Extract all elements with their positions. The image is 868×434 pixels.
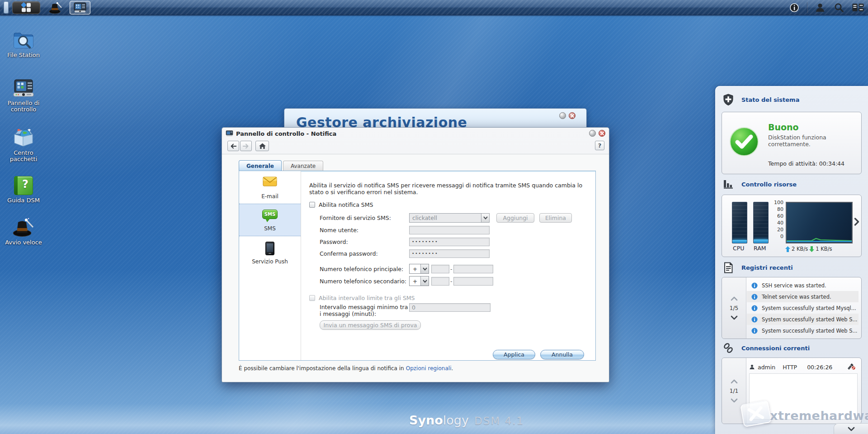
- delete-provider-button[interactable]: Elimina: [539, 213, 572, 223]
- control-panel-icon: [73, 2, 87, 13]
- phone-secondary-prefix-select[interactable]: +: [409, 276, 429, 286]
- recent-logs-card: 1/5 SSH service was started. Telnet serv…: [722, 277, 862, 339]
- ram-label: RAM: [754, 245, 766, 252]
- back-arrow-icon: [230, 143, 237, 149]
- desktop-icon-file-station[interactable]: File Station: [2, 29, 45, 58]
- desktop-icon-label: Guida DSM: [2, 197, 45, 204]
- notification-nav: E-mail SMS SMS: [239, 171, 301, 360]
- main-menu-button[interactable]: [12, 1, 40, 14]
- user-icon: [749, 364, 755, 370]
- resource-next-button[interactable]: [854, 218, 859, 227]
- dsm-version: DSM 4.1: [474, 415, 524, 427]
- user-menu-button[interactable]: [814, 1, 826, 14]
- close-icon[interactable]: [569, 112, 576, 119]
- phone-separator: -: [450, 266, 453, 272]
- dialog-titlebar[interactable]: Pannello di controllo - Notifica: [222, 128, 609, 139]
- home-icon: [259, 143, 266, 149]
- phone-secondary-code-input[interactable]: [431, 277, 449, 286]
- phone-secondary-number-input[interactable]: [453, 277, 493, 286]
- phone-secondary-row: Numero telefonico secondario: + -: [320, 277, 493, 286]
- chevron-up-icon[interactable]: [731, 296, 738, 301]
- magic-hat-icon: [2, 216, 45, 237]
- password-input[interactable]: ••••••••: [409, 238, 490, 246]
- phone-primary-number-input[interactable]: [453, 265, 493, 273]
- log-document-icon: [722, 262, 734, 273]
- log-row[interactable]: System successfully started Mysql...: [747, 302, 859, 314]
- interval-enable-checkbox[interactable]: [309, 295, 315, 301]
- connection-row[interactable]: admin HTTP 00:26:26: [749, 362, 858, 372]
- sms-description: Abilita il servizio di notifica SMS per …: [309, 182, 586, 196]
- taskbar-item-avvio-veloce[interactable]: [45, 1, 66, 14]
- forward-button[interactable]: [240, 141, 252, 151]
- close-icon[interactable]: [599, 130, 605, 137]
- cpu-gauge: [732, 202, 747, 243]
- logo-text-light: logy: [443, 413, 469, 427]
- desktop-icon-guida-dsm[interactable]: ? Guida DSM: [2, 174, 45, 204]
- resource-monitor-card: CPU RAM 10080 6040 200 2 KB/s: [722, 195, 862, 257]
- home-button[interactable]: [255, 141, 269, 151]
- username-label: Nome utente:: [320, 227, 409, 234]
- log-row[interactable]: System successfully started Web S...: [747, 314, 859, 325]
- disconnect-button[interactable]: [847, 363, 856, 372]
- info-icon: [751, 316, 758, 323]
- nav-item-email[interactable]: E-mail: [239, 171, 301, 204]
- desktop-icon-pannello-di-controllo[interactable]: Pannello di controllo: [2, 77, 45, 113]
- dialog-title: Pannello di controllo - Notifica: [236, 130, 336, 137]
- info-icon: [751, 328, 758, 334]
- show-desktop-button[interactable]: [4, 1, 9, 14]
- add-provider-button[interactable]: Aggiungi: [496, 213, 534, 223]
- chevron-down-icon[interactable]: [731, 315, 738, 320]
- send-test-sms-button[interactable]: Invia un messaggio SMS di prova: [320, 320, 421, 330]
- shield-icon: [722, 94, 734, 105]
- password-label: Password:: [320, 238, 409, 245]
- enable-sms-label: Abilita notifica SMS: [319, 201, 373, 208]
- cancel-button[interactable]: Annulla: [540, 350, 584, 359]
- nav-item-sms[interactable]: SMS SMS: [239, 204, 301, 236]
- minimize-button[interactable]: [589, 130, 596, 137]
- tab-avanzate[interactable]: Avanzate: [283, 161, 323, 171]
- interval-input[interactable]: 0: [409, 303, 491, 312]
- username-input[interactable]: [409, 226, 490, 234]
- phone-primary-row: Numero telefonico principale: + -: [320, 264, 493, 273]
- widgets-collapse-button[interactable]: [834, 423, 868, 434]
- phone-primary-code-input[interactable]: [431, 265, 449, 273]
- taskbar-item-pannello-di-controllo[interactable]: [70, 1, 90, 14]
- enable-sms-checkbox[interactable]: [309, 202, 315, 208]
- desktop-icon-centro-pacchetti[interactable]: Centro pacchetti: [2, 127, 45, 162]
- connections-list: [749, 373, 858, 420]
- nav-item-servizio-push[interactable]: Servizio Push: [239, 236, 301, 269]
- chevron-down-icon[interactable]: [731, 398, 738, 403]
- search-button[interactable]: [833, 1, 845, 14]
- tab-generale[interactable]: Generale: [239, 160, 282, 171]
- chevron-up-icon[interactable]: [731, 379, 738, 384]
- phone-primary-label: Numero telefonico principale:: [320, 266, 409, 272]
- apply-button[interactable]: Applica: [493, 350, 535, 359]
- log-row[interactable]: System successfully started Web S...: [747, 325, 859, 336]
- widget-title: Controllo risorse: [741, 181, 797, 188]
- network-chart: [786, 202, 853, 243]
- log-row[interactable]: Telnet service was started.: [747, 291, 859, 302]
- chart-y-axis: 10080 6040 200: [771, 199, 783, 240]
- file-station-icon: [2, 29, 45, 50]
- control-panel-desktop-icon: [2, 77, 45, 98]
- pilot-view-button[interactable]: [852, 1, 864, 14]
- chevron-down-icon: [481, 214, 489, 222]
- back-button[interactable]: [227, 141, 239, 151]
- smartphone-icon: [239, 242, 301, 255]
- sms-form: Abilita il servizio di notifica SMS per …: [301, 171, 595, 360]
- help-label: ?: [598, 142, 602, 149]
- help-button[interactable]: ?: [595, 141, 604, 150]
- chevron-down-icon: [420, 277, 429, 286]
- provider-select[interactable]: clickatell: [409, 213, 490, 223]
- desktop: File Station Pannello di controllo: [0, 0, 868, 434]
- phone-primary-prefix-select[interactable]: +: [409, 264, 429, 274]
- minimize-button[interactable]: [559, 112, 566, 119]
- connections-header: Connessioni correnti: [715, 342, 868, 354]
- dialog-footer: È possibile cambiare l'impostazione dell…: [239, 365, 453, 372]
- desktop-icon-avvio-veloce[interactable]: Avvio veloce: [2, 216, 45, 246]
- confirm-password-input[interactable]: ••••••••: [409, 249, 490, 258]
- log-row[interactable]: SSH service was started.: [747, 280, 859, 291]
- regional-options-link[interactable]: Opzioni regionali: [406, 365, 452, 372]
- info-button[interactable]: [788, 1, 801, 14]
- help-glyph: ?: [18, 178, 33, 191]
